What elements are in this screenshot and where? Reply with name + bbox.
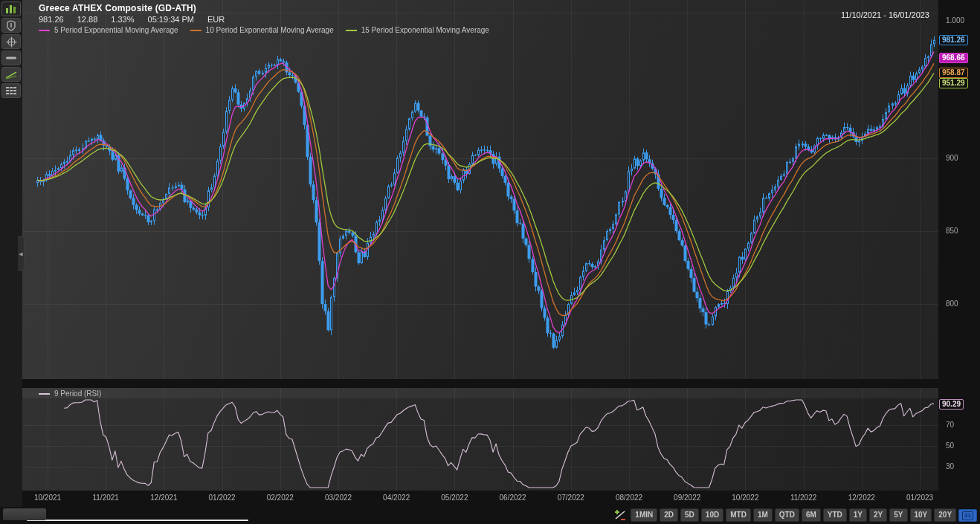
price-change-pct: 1.33%	[111, 15, 134, 24]
price-tick-1000: 1.000	[946, 16, 964, 25]
legend-item-ema[interactable]: 10 Period Exponential Moving Average	[190, 26, 334, 34]
period-button-5y[interactable]: 5Y	[889, 508, 907, 522]
shield-button[interactable]	[1, 18, 21, 33]
period-button-1y[interactable]: 1Y	[849, 508, 867, 522]
period-button-mtd[interactable]: MTD	[726, 508, 751, 522]
time-tick: 01/2022	[197, 494, 248, 502]
grid-icon	[5, 86, 17, 96]
time-tick: 12/2021	[138, 494, 189, 502]
date-range-label: 11/10/2021 - 16/01/2023	[841, 10, 929, 19]
rsi-legend-label: 9 Period (RSI)	[54, 389, 101, 398]
calendar-button[interactable]: 31	[958, 509, 977, 522]
period-buttons: 1MIN2D5D10DMTD1MQTD6MYTD1Y2Y5Y10Y20Y	[631, 508, 956, 522]
legend-item-label: 10 Period Exponential Moving Average	[206, 26, 334, 34]
period-button-1min[interactable]: 1MIN	[631, 508, 657, 522]
period-button-qtd[interactable]: QTD	[775, 508, 799, 522]
calendar-icon: 31	[962, 511, 973, 520]
last-price: 981.26	[39, 15, 64, 24]
time-tick: 08/2022	[604, 494, 654, 502]
bar-chart-icon	[4, 4, 18, 14]
legend-item-label: 15 Period Exponential Moving Average	[361, 26, 489, 34]
rsi-value-badge: 90.29	[939, 399, 964, 410]
chart-window: ◀ Greece ATHEX Composite (GD-ATH) 981.26…	[0, 0, 980, 524]
shield-icon	[6, 20, 16, 31]
time-tick: 02/2022	[255, 494, 306, 502]
period-button-ytd[interactable]: YTD	[823, 508, 847, 522]
time-tick: 10/2021	[22, 494, 73, 502]
trend-lines-button[interactable]	[1, 67, 21, 82]
period-button-10d[interactable]: 10D	[701, 508, 723, 522]
horizontal-scrollbar[interactable]	[27, 520, 248, 521]
price-tick: 850	[946, 227, 958, 235]
price-tick: 800	[946, 300, 958, 308]
chart-header: Greece ATHEX Composite (GD-ATH) 981.26 1…	[39, 3, 501, 34]
time-tick: 10/2022	[720, 494, 770, 502]
price-badge-ema10: 958.87	[939, 68, 968, 78]
rsi-tick: 30	[946, 462, 954, 470]
grid-view-button[interactable]	[1, 83, 21, 98]
legend-item-ema[interactable]: 15 Period Exponential Moving Average	[346, 26, 489, 34]
horizontal-line-icon	[5, 56, 17, 60]
period-button-6m[interactable]: 6M	[802, 508, 821, 522]
rsi-tick: 50	[946, 441, 954, 450]
time-tick: 11/2021	[80, 494, 131, 502]
period-button-10y[interactable]: 10Y	[910, 508, 932, 522]
period-button-20y[interactable]: 20Y	[934, 508, 956, 522]
period-button-2y[interactable]: 2Y	[869, 508, 887, 522]
price-change: 12.88	[77, 15, 98, 24]
rsi-legend[interactable]: 9 Period (RSI)	[39, 389, 101, 398]
period-button-1m[interactable]: 1M	[753, 508, 773, 522]
rsi-tick: 70	[946, 421, 954, 429]
time-tick: 01/2023	[894, 494, 945, 502]
rsi-line-swatch	[39, 393, 50, 395]
time-tick: 03/2022	[313, 494, 364, 502]
time-tick: 09/2022	[662, 494, 712, 502]
period-toolbar: 1MIN2D5D10DMTD1MQTD6MYTD1Y2Y5Y10Y20Y 31	[613, 508, 977, 522]
quote-time: 05:19:34 PM	[148, 15, 194, 24]
time-tick: 12/2022	[836, 494, 887, 502]
time-tick: 05/2022	[429, 494, 480, 502]
indicator-legend: 5 Period Exponential Moving Average10 Pe…	[39, 26, 501, 34]
period-button-5d[interactable]: 5D	[680, 508, 699, 522]
period-button-2d[interactable]: 2D	[660, 508, 678, 522]
instrument-title: Greece ATHEX Composite (GD-ATH)	[39, 3, 501, 13]
time-tick: 11/2022	[778, 494, 829, 502]
ema-line-swatch	[39, 30, 50, 31]
chart-canvas[interactable]	[0, 0, 980, 524]
currency: EUR	[207, 15, 225, 24]
price-badge-last: 981.26	[939, 35, 968, 45]
legend-item-label: 5 Period Exponential Moving Average	[54, 26, 178, 34]
price-badge-ema5: 968.66	[939, 53, 968, 63]
price-tick: 900	[946, 154, 958, 162]
ema-line-swatch	[190, 30, 202, 31]
trend-lines-icon	[5, 69, 17, 80]
adjust-period-icon[interactable]	[613, 509, 627, 521]
time-tick: 07/2022	[546, 494, 596, 502]
crosshair-button[interactable]	[1, 34, 21, 49]
quote-line: 981.26 12.88 1.33% 05:19:34 PM EUR	[39, 15, 501, 24]
bottom-left-corner	[3, 508, 46, 520]
chart-type-button[interactable]	[1, 1, 21, 16]
time-tick: 06/2022	[488, 494, 538, 502]
horizontal-line-button[interactable]	[1, 51, 21, 65]
price-badge-ema15: 951.29	[939, 78, 968, 88]
crosshair-icon	[6, 36, 17, 48]
time-tick: 04/2022	[371, 494, 422, 502]
sidebar-collapse-handle[interactable]: ◀	[18, 236, 25, 271]
legend-item-ema[interactable]: 5 Period Exponential Moving Average	[39, 26, 178, 34]
ema-line-swatch	[346, 30, 357, 31]
